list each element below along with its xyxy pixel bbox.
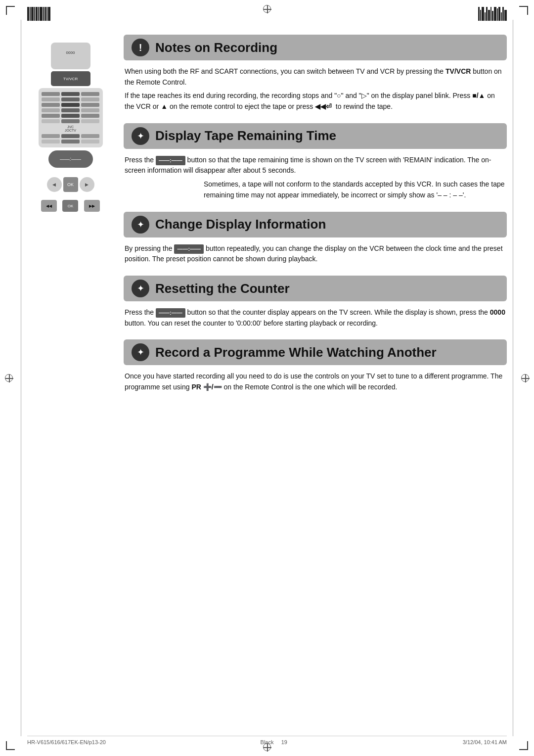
section-body-resetting-counter-p1: Press the ——:—— button so that the count… — [124, 307, 507, 329]
dash-button-inline: ——:—— — [156, 156, 185, 165]
ok-button: OK — [62, 200, 78, 212]
corner-mark-bl — [6, 741, 15, 750]
section-body-record-programme-p1: Once you have started recording all you … — [124, 371, 507, 392]
barcode-right — [478, 7, 507, 21]
corner-mark-tl — [6, 6, 15, 15]
color-indicator: Black — [261, 739, 274, 745]
section-body-change-display-p1: By pressing the ——:—— button repeatedly,… — [124, 243, 507, 265]
exclaim-icon: ! — [132, 39, 149, 56]
section-body-display-tape-p2: Sometimes, a tape will not conform to th… — [203, 179, 507, 200]
section-title-change-display: Change Display Information — [155, 217, 326, 232]
remote-button-grid: JVCJOCTV — [39, 88, 103, 147]
dash-display-button: ——:—— — [48, 150, 93, 168]
left-sidebar: 0000 ✕ TV/VCR — [27, 35, 114, 731]
section-body-display-tape-p1: Press the ——:—— button so that the tape … — [124, 155, 507, 176]
reg-mark-left — [5, 374, 13, 382]
pr-bold: PR ➕/➖ — [191, 383, 222, 391]
stop-eject-bold: ■/▲ — [472, 92, 485, 99]
section-title-display-tape: Display Tape Remaining Time — [155, 129, 336, 143]
section-title-record-programme: Record a Programme While Watching Anothe… — [155, 345, 437, 360]
dash-button-inline-2: ——:—— — [174, 244, 204, 254]
jvc-logo: JVCJOCTV — [42, 125, 100, 132]
tv-vcr-button: TV/VCR — [51, 71, 90, 86]
remote-top-button: 0000 ✕ — [51, 49, 90, 69]
section-header-record-programme: ✦ Record a Programme While Watching Anot… — [124, 339, 507, 365]
star-icon-record-programme: ✦ — [132, 343, 149, 361]
top-barcode-area — [27, 7, 50, 21]
section-body-notes-p2: If the tape reaches its end during recor… — [124, 91, 507, 112]
corner-mark-br — [519, 741, 528, 750]
rewind-bold: ◀◀⏎ — [315, 102, 332, 110]
footer-left: HR-V615/616/617EK-EN/p13-20 — [27, 739, 106, 745]
corner-mark-tr — [519, 6, 528, 15]
section-header-notes-on-recording: ! Notes on Recording — [124, 35, 507, 60]
eject-bold: ▲ — [161, 102, 168, 110]
border-left-line — [21, 20, 21, 736]
dash-btn-label: ——:—— — [60, 156, 81, 162]
barcode-left — [27, 7, 50, 21]
section-header-change-display: ✦ Change Display Information — [124, 212, 507, 237]
rewind-button: ◀◀ — [41, 200, 57, 212]
tv-vcr-label: TV/VCR — [63, 77, 78, 81]
tv-vcr-bold: TV/VCR — [445, 67, 471, 75]
star-icon-resetting-counter: ✦ — [132, 280, 149, 297]
nav-cluster: ◀ OK ▶ — [44, 171, 98, 198]
transport-buttons: ◀◀ OK ▶▶ — [39, 200, 103, 212]
star-icon-change-display: ✦ — [132, 216, 149, 234]
border-right-line — [513, 20, 513, 736]
dash-button-inline-3: ——:—— — [156, 308, 185, 318]
0000-bold: 0000 — [490, 308, 505, 316]
reg-mark-right — [521, 374, 529, 382]
section-header-resetting-counter: ✦ Resetting the Counter — [124, 276, 507, 301]
section-title-notes-on-recording: Notes on Recording — [155, 41, 277, 55]
display-number: 0000 — [51, 43, 90, 62]
remote-control-illustration: 0000 ✕ TV/VCR — [36, 49, 105, 214]
main-content: 0000 ✕ TV/VCR — [27, 35, 507, 731]
footer-right: 3/12/04, 10:41 AM — [463, 739, 507, 745]
section-body-notes-p1: When using both the RF and SCART connect… — [124, 66, 507, 88]
footer-center: 19 — [281, 739, 287, 745]
star-icon-display-tape: ✦ — [132, 127, 149, 145]
section-header-display-tape: ✦ Display Tape Remaining Time — [124, 123, 507, 149]
fast-forward-button: ▶▶ — [84, 200, 100, 212]
reg-mark-top — [263, 5, 271, 13]
right-content: ! Notes on Recording When using both the… — [114, 35, 507, 731]
section-title-resetting-counter: Resetting the Counter — [155, 282, 290, 296]
